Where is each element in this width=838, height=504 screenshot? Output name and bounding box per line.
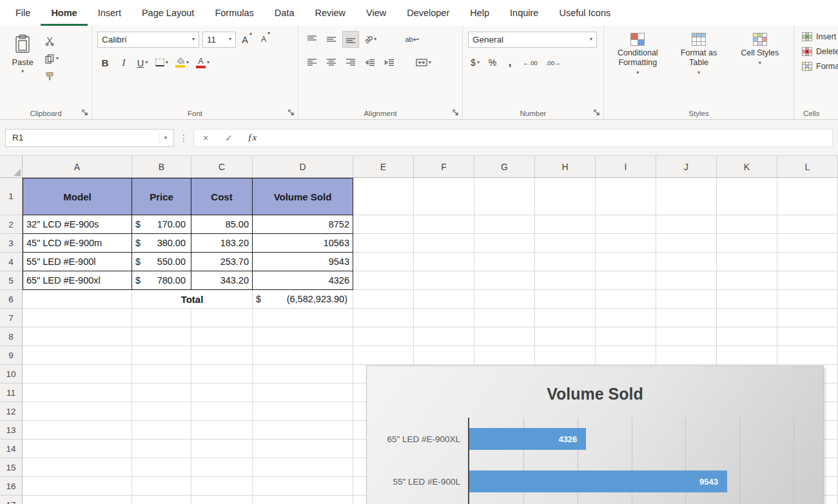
cell-J6[interactable] [656, 290, 717, 309]
row-header-4[interactable]: 4 [0, 253, 23, 271]
cell-I3[interactable] [596, 234, 656, 253]
row-header-11[interactable]: 11 [0, 383, 23, 402]
percent-style-button[interactable]: % [485, 54, 500, 71]
cell-L6[interactable] [777, 290, 838, 309]
number-format-combo[interactable]: General ▾ [468, 32, 597, 48]
cell-F3[interactable] [414, 234, 474, 253]
tab-data[interactable]: Data [264, 0, 305, 26]
cell-A8[interactable] [23, 327, 132, 346]
cell-J5[interactable] [656, 271, 717, 290]
cut-button[interactable] [45, 36, 59, 46]
conditional-formatting-button[interactable]: Conditional Formatting ▾ [609, 31, 667, 105]
tab-home[interactable]: Home [41, 0, 87, 26]
cell-A12[interactable] [23, 402, 132, 421]
column-header-J[interactable]: J [656, 156, 717, 178]
cell-A13[interactable] [23, 421, 132, 440]
cell-C12[interactable] [191, 402, 253, 421]
format-as-table-button[interactable]: Format as Table ▾ [670, 31, 728, 105]
cell-C8[interactable] [191, 327, 253, 346]
cell-C2[interactable]: 85.00 [191, 215, 253, 234]
cell-D9[interactable] [253, 346, 353, 365]
cell-D10[interactable] [253, 365, 353, 383]
tab-help[interactable]: Help [460, 0, 500, 26]
row-header-6[interactable]: 6 [0, 290, 23, 309]
align-middle-button[interactable] [323, 31, 340, 48]
row-header-3[interactable]: 3 [0, 234, 23, 253]
tab-review[interactable]: Review [304, 0, 356, 26]
font-color-button[interactable]: A ▾ [194, 54, 211, 71]
cell-K6[interactable] [717, 290, 777, 309]
cell-B8[interactable] [132, 327, 191, 346]
cell-C1[interactable]: Cost [191, 178, 253, 215]
cell-I1[interactable] [596, 178, 656, 215]
cell-L9[interactable] [777, 346, 838, 365]
cell-F6[interactable] [414, 290, 474, 309]
column-header-I[interactable]: I [596, 156, 656, 178]
cell-B13[interactable] [132, 421, 191, 440]
cell-J9[interactable] [656, 346, 717, 365]
clipboard-dialog-launcher[interactable] [81, 109, 89, 117]
column-header-K[interactable]: K [717, 156, 777, 178]
increase-indent-button[interactable] [381, 54, 398, 71]
cell-B17[interactable] [132, 496, 191, 504]
column-header-A[interactable]: A [23, 156, 132, 178]
cell-D5[interactable]: 4326 [253, 271, 353, 290]
cell-A9[interactable] [23, 346, 132, 365]
formula-input[interactable] [264, 130, 832, 146]
cell-K1[interactable] [717, 178, 777, 215]
align-top-button[interactable] [304, 31, 320, 48]
cell-B9[interactable] [132, 346, 191, 365]
name-box[interactable]: R1 ▾ [5, 129, 174, 147]
cell-G7[interactable] [474, 309, 535, 327]
select-all-corner[interactable] [0, 156, 23, 178]
comma-style-button[interactable]: , [503, 54, 517, 71]
column-header-C[interactable]: C [191, 156, 253, 178]
cell-B3[interactable]: $380.00 [132, 234, 191, 253]
cell-I5[interactable] [596, 271, 656, 290]
cell-C11[interactable] [191, 383, 253, 402]
cell-J4[interactable] [656, 253, 717, 271]
number-dialog-launcher[interactable] [593, 109, 601, 117]
cell-F9[interactable] [414, 346, 474, 365]
row-header-13[interactable]: 13 [0, 421, 23, 440]
row-header-15[interactable]: 15 [0, 458, 23, 477]
cell-G4[interactable] [474, 253, 535, 271]
cell-H2[interactable] [535, 215, 596, 234]
cell-K8[interactable] [717, 327, 777, 346]
cell-B7[interactable] [132, 309, 191, 327]
cell-K5[interactable] [717, 271, 777, 290]
cell-E1[interactable] [353, 178, 414, 215]
row-header-14[interactable]: 14 [0, 440, 23, 458]
insert-cells-button[interactable]: Insert [802, 32, 838, 41]
cell-A16[interactable] [23, 477, 132, 496]
cell-B4[interactable]: $550.00 [132, 253, 191, 271]
cell-B2[interactable]: $170.00 [132, 215, 191, 234]
cell-J7[interactable] [656, 309, 717, 327]
cell-I6[interactable] [596, 290, 656, 309]
cell-H9[interactable] [535, 346, 596, 365]
grow-font-button[interactable]: A▴ [239, 31, 255, 48]
cell-F1[interactable] [414, 178, 474, 215]
merge-center-button[interactable]: ▾ [413, 54, 434, 71]
cell-F8[interactable] [414, 327, 474, 346]
cell-A7[interactable] [23, 309, 132, 327]
column-header-B[interactable]: B [132, 156, 191, 178]
cell-B12[interactable] [132, 402, 191, 421]
cell-C3[interactable]: 183.20 [191, 234, 253, 253]
font-dialog-launcher[interactable] [287, 109, 295, 117]
column-header-L[interactable]: L [777, 156, 838, 178]
cell-C7[interactable] [191, 309, 253, 327]
cell-F7[interactable] [414, 309, 474, 327]
cell-G2[interactable] [474, 215, 535, 234]
row-header-7[interactable]: 7 [0, 309, 23, 327]
cell-D16[interactable] [253, 477, 353, 496]
cell-C15[interactable] [191, 458, 253, 477]
cell-L8[interactable] [777, 327, 838, 346]
align-center-button[interactable] [323, 54, 340, 71]
tab-developer[interactable]: Developer [396, 0, 460, 26]
accounting-format-button[interactable]: $ ▾ [468, 54, 482, 71]
copy-button[interactable]: ▾ [45, 53, 59, 64]
cell-D14[interactable] [253, 440, 353, 458]
cell-A14[interactable] [23, 440, 132, 458]
cell-B15[interactable] [132, 458, 191, 477]
